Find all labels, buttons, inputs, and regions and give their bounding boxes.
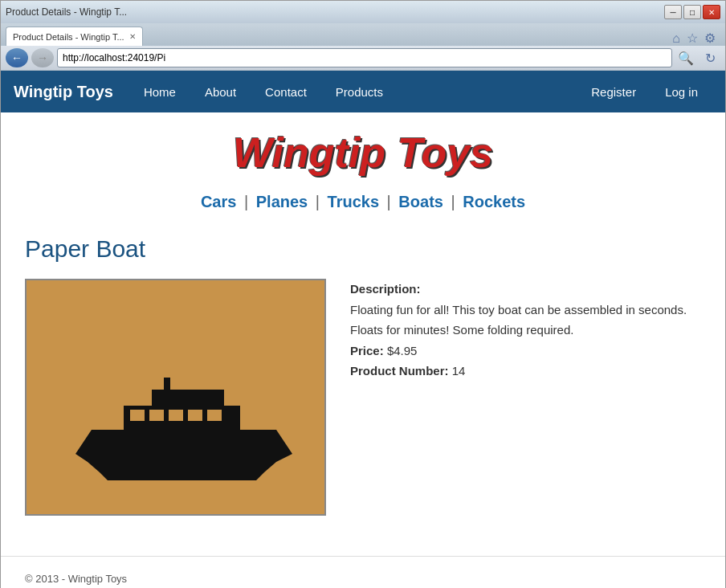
svg-rect-10 — [188, 410, 202, 421]
svg-marker-3 — [84, 430, 284, 442]
favorites-icon[interactable]: ☆ — [687, 31, 698, 46]
close-button[interactable]: ✕ — [703, 5, 720, 19]
address-bar-area: ← → 🔍 ↻ — [1, 46, 725, 71]
main-content: Paper Boat — [1, 227, 725, 540]
site-title-area: Wingtip Toys — [1, 112, 725, 185]
product-details: Description: Floating fun for all! This … — [350, 279, 701, 382]
tab-close-button[interactable]: ✕ — [129, 32, 136, 41]
navbar-right: Register Log in — [577, 72, 712, 112]
product-area: Description: Floating fun for all! This … — [25, 279, 701, 516]
home-icon[interactable]: ⌂ — [672, 31, 680, 46]
refresh-button[interactable]: ↻ — [699, 49, 720, 67]
footer: © 2013 - Wingtip Toys — [1, 556, 725, 588]
svg-rect-11 — [207, 410, 222, 421]
browser-window: Product Details - Wingtip T... ─ □ ✕ Pro… — [0, 0, 726, 588]
sep-3: | — [382, 193, 391, 210]
category-boats[interactable]: Boats — [398, 193, 443, 210]
navbar: Wingtip Toys Home About Contact Products… — [1, 71, 725, 112]
nav-contact[interactable]: Contact — [251, 72, 321, 112]
price-label: Price: — [350, 344, 384, 357]
title-bar: Product Details - Wingtip T... ─ □ ✕ — [1, 1, 725, 23]
navbar-links: Home About Contact Products — [129, 72, 398, 112]
site-content: Wingtip Toys Home About Contact Products… — [1, 71, 725, 588]
sep-4: | — [447, 193, 455, 210]
description-label: Description: — [350, 282, 421, 296]
category-planes[interactable]: Planes — [256, 193, 308, 210]
sep-1: | — [239, 193, 248, 210]
product-description: Floating fun for all! This toy boat can … — [350, 300, 701, 341]
nav-home[interactable]: Home — [129, 72, 190, 112]
product-number-label: Product Number: — [350, 364, 449, 378]
back-button[interactable]: ← — [6, 48, 28, 67]
navbar-brand[interactable]: Wingtip Toys — [14, 83, 113, 101]
product-number: 14 — [452, 364, 466, 378]
search-button[interactable]: 🔍 — [675, 49, 696, 67]
tab-title: Product Details - Wingtip T... — [13, 32, 124, 42]
browser-tab[interactable]: Product Details - Wingtip T... ✕ — [6, 27, 143, 46]
svg-marker-5 — [88, 462, 276, 472]
boat-svg — [27, 281, 324, 514]
svg-rect-7 — [130, 410, 145, 421]
category-cars[interactable]: Cars — [201, 193, 236, 210]
sep-2: | — [311, 193, 320, 210]
forward-button[interactable]: → — [31, 48, 54, 67]
toolbar-icons: ⌂ ☆ ⚙ — [667, 31, 720, 46]
svg-rect-8 — [149, 410, 164, 421]
product-image — [25, 279, 326, 516]
nav-about[interactable]: About — [190, 72, 251, 112]
nav-products[interactable]: Products — [321, 72, 398, 112]
maximize-button[interactable]: □ — [683, 5, 701, 19]
nav-login[interactable]: Log in — [651, 72, 712, 112]
window-title: Product Details - Wingtip T... — [6, 6, 127, 18]
settings-icon[interactable]: ⚙ — [704, 31, 716, 46]
category-trucks[interactable]: Trucks — [328, 193, 379, 210]
url-input[interactable] — [57, 48, 672, 67]
title-bar-left: Product Details - Wingtip T... — [6, 6, 127, 18]
product-title: Paper Boat — [25, 235, 701, 263]
footer-text: © 2013 - Wingtip Toys — [25, 573, 127, 585]
tab-bar: Product Details - Wingtip T... ✕ ⌂ ☆ ⚙ — [1, 23, 725, 46]
minimize-button[interactable]: ─ — [664, 5, 682, 19]
category-bar: Cars | Planes | Trucks | Boats | Rockets — [1, 185, 725, 227]
product-price: $4.95 — [387, 344, 418, 357]
window-controls: ─ □ ✕ — [664, 5, 720, 19]
site-title: Wingtip Toys — [1, 129, 725, 177]
category-rockets[interactable]: Rockets — [463, 193, 525, 210]
svg-rect-9 — [169, 410, 183, 421]
svg-marker-4 — [75, 442, 292, 462]
svg-marker-6 — [100, 472, 264, 480]
nav-register[interactable]: Register — [577, 72, 651, 112]
